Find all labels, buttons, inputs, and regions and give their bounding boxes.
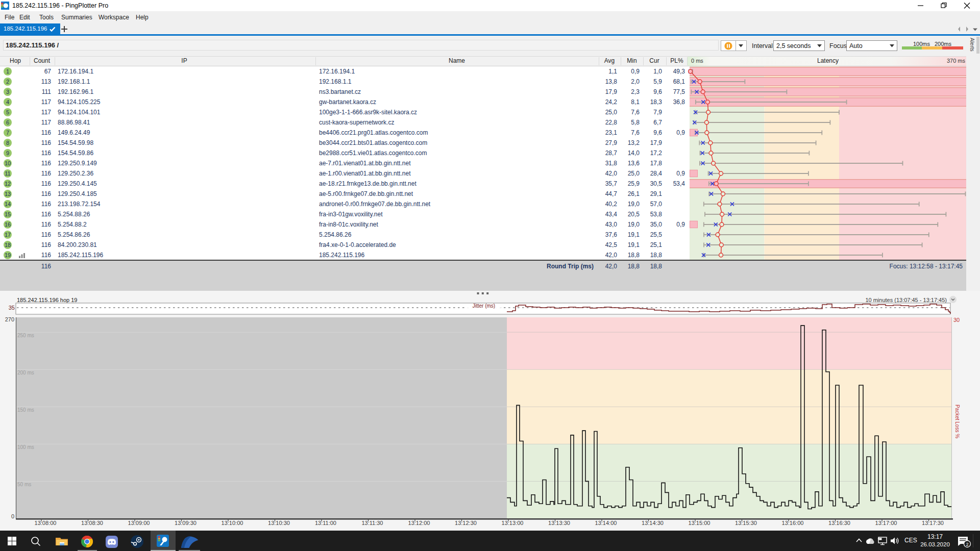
svg-text:13:15:00: 13:15:00: [689, 520, 710, 526]
svg-text:13:16:30: 13:16:30: [828, 520, 850, 526]
svg-text:17: 17: [5, 232, 11, 238]
svg-text:15: 15: [5, 211, 11, 217]
svg-text:5: 5: [6, 109, 9, 115]
svg-text:18: 18: [5, 242, 11, 248]
svg-text:200 ms: 200 ms: [17, 370, 34, 375]
svg-text:13:17:00: 13:17:00: [875, 520, 897, 526]
svg-text:13:11:30: 13:11:30: [361, 520, 383, 526]
svg-text:13:14:00: 13:14:00: [595, 520, 617, 526]
svg-text:2: 2: [6, 79, 9, 85]
svg-text:2: 2: [966, 542, 968, 547]
svg-text:13:14:30: 13:14:30: [642, 520, 664, 526]
svg-text:7: 7: [6, 130, 9, 136]
svg-text:30: 30: [953, 317, 960, 323]
svg-text:Packet Loss %: Packet Loss %: [954, 405, 960, 438]
svg-text:1: 1: [6, 68, 9, 74]
svg-text:13:13:30: 13:13:30: [548, 520, 570, 526]
svg-text:9: 9: [6, 150, 9, 156]
svg-text:13:10:30: 13:10:30: [268, 520, 290, 526]
svg-text:0: 0: [11, 513, 14, 519]
svg-text:13:12:00: 13:12:00: [408, 520, 430, 526]
svg-text:14: 14: [5, 201, 11, 207]
svg-text:6: 6: [6, 119, 9, 126]
svg-text:13: 13: [5, 191, 11, 197]
svg-text:13:08:00: 13:08:00: [35, 520, 57, 526]
svg-text:13:12:30: 13:12:30: [455, 520, 477, 526]
svg-text:250 ms: 250 ms: [17, 333, 34, 338]
svg-text:12: 12: [5, 181, 11, 187]
svg-text:13:10:00: 13:10:00: [222, 520, 243, 526]
svg-text:13:09:00: 13:09:00: [128, 520, 150, 526]
svg-text:13:16:00: 13:16:00: [782, 520, 804, 526]
svg-text:270: 270: [5, 316, 14, 322]
svg-text:150 ms: 150 ms: [17, 407, 34, 413]
svg-text:13:08:30: 13:08:30: [81, 520, 103, 526]
svg-text:11: 11: [5, 170, 10, 177]
svg-text:35: 35: [9, 305, 15, 311]
svg-text:13:17:30: 13:17:30: [922, 520, 944, 526]
svg-text:10: 10: [5, 160, 11, 166]
svg-text:13:13:00: 13:13:00: [502, 520, 524, 526]
svg-text:13:15:30: 13:15:30: [735, 520, 757, 526]
svg-text:50 ms: 50 ms: [17, 482, 31, 487]
svg-text:3: 3: [6, 89, 9, 95]
svg-text:8: 8: [6, 140, 9, 146]
svg-text:Jitter (ms): Jitter (ms): [473, 303, 495, 309]
svg-text:13:11:00: 13:11:00: [315, 520, 336, 526]
svg-text:19: 19: [5, 252, 11, 258]
svg-text:16: 16: [5, 221, 11, 228]
svg-text:13:09:30: 13:09:30: [175, 520, 197, 526]
svg-text:100 ms: 100 ms: [17, 444, 34, 450]
svg-text:4: 4: [6, 99, 9, 105]
